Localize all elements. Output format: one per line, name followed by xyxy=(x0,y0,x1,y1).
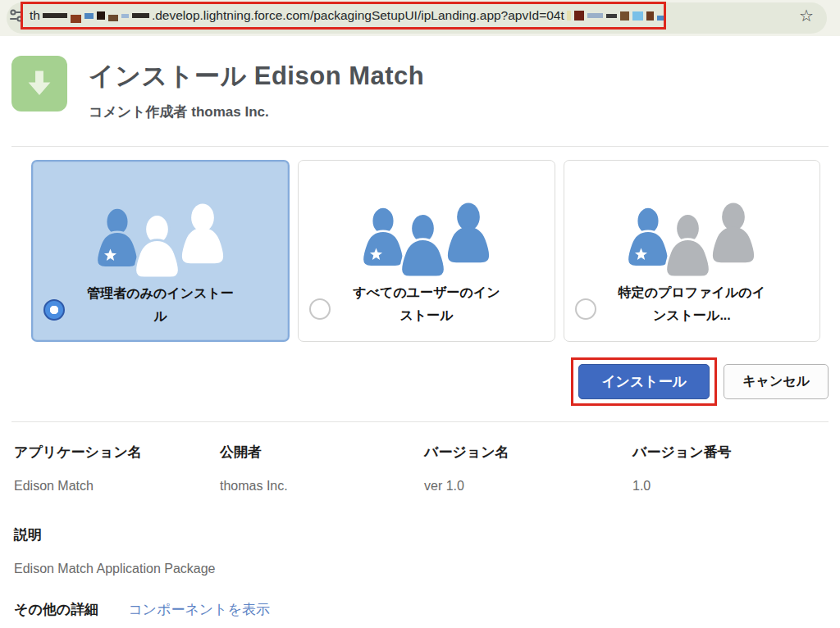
field-label-version-name: バージョン名 xyxy=(424,443,632,462)
field-value-version-name: ver 1.0 xyxy=(424,479,632,494)
description-value: Edison Match Application Package xyxy=(14,562,840,576)
url-text-prefix: th xyxy=(30,8,40,23)
install-header: インストール Edison Match コメント作成者 thomas Inc. xyxy=(0,36,840,121)
install-options: 管理者のみのインストー ル すべてのユーザーのイン ストール 特定のプロファイル… xyxy=(31,160,820,342)
option-label: 管理者のみのインストー ル xyxy=(38,282,283,328)
publisher-subtitle: コメント作成者 thomas Inc. xyxy=(89,102,424,121)
field-value-app-name: Edison Match xyxy=(14,479,220,494)
more-details-label: その他の詳細 xyxy=(14,600,98,619)
users-group-icon xyxy=(89,203,233,284)
action-bar: インストール キャンセル xyxy=(0,357,829,406)
install-highlight-box: インストール xyxy=(571,357,717,406)
option-card-all-users[interactable]: すべてのユーザーのイン ストール xyxy=(298,160,555,342)
url-redaction xyxy=(41,8,151,23)
install-button[interactable]: インストール xyxy=(578,364,710,399)
bookmark-star-icon[interactable]: ☆ xyxy=(799,7,814,25)
option-label: すべてのユーザーのイン ストール xyxy=(304,281,549,327)
description-block: 説明 Edison Match Application Package xyxy=(0,494,840,576)
download-badge-icon xyxy=(11,56,67,111)
description-label: 説明 xyxy=(14,526,840,544)
header-divider xyxy=(11,146,829,147)
more-details-row: その他の詳細 コンポーネントを表示 xyxy=(0,576,840,619)
browser-url-bar: th .develop.lightning.force.com/packagin… xyxy=(0,0,840,36)
page-title: インストール Edison Match xyxy=(89,59,424,93)
cancel-button[interactable]: キャンセル xyxy=(724,364,829,399)
option-label: 特定のプロファイルのイ ンストール... xyxy=(569,281,815,327)
option-card-admins-only[interactable]: 管理者のみのインストー ル xyxy=(31,160,290,342)
view-components-link[interactable]: コンポーネントを表示 xyxy=(128,600,270,619)
field-value-publisher: thomas Inc. xyxy=(220,479,424,494)
option-card-specific-profiles[interactable]: 特定のプロファイルのイ ンストール... xyxy=(564,160,820,342)
url-text-main: .develop.lightning.force.com/packagingSe… xyxy=(152,8,564,23)
users-group-icon xyxy=(354,203,499,283)
url-highlight-box[interactable]: th .develop.lightning.force.com/packagin… xyxy=(21,2,666,30)
users-group-icon xyxy=(619,203,764,283)
url-redaction xyxy=(565,10,666,22)
field-value-version-number: 1.0 xyxy=(632,479,840,494)
field-label-version-number: バージョン番号 xyxy=(632,443,840,462)
package-details: アプリケーション名 公開者 バージョン名 バージョン番号 Edison Matc… xyxy=(0,422,840,494)
field-label-publisher: 公開者 xyxy=(220,443,424,462)
field-label-app-name: アプリケーション名 xyxy=(14,443,220,462)
